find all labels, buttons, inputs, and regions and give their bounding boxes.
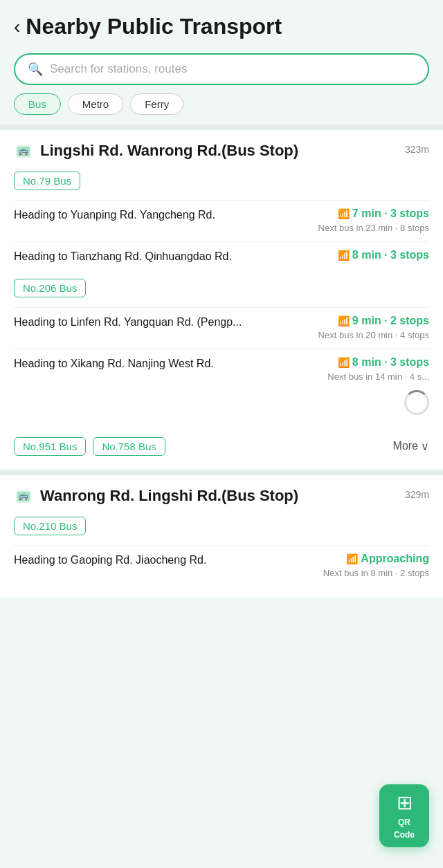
route-info-206-1: 📶 9 min · 2 stops Next bus in 20 min · 4… (305, 315, 429, 342)
destination-210-1: Heading to Gaoping Rd. Jiaocheng Rd. (14, 553, 305, 568)
destination-79-1: Heading to Yuanping Rd. Yangcheng Rd. (14, 207, 305, 223)
route-tag-758[interactable]: No.758 Bus (93, 437, 165, 456)
stop-distance-1: 323m (405, 144, 429, 155)
stop-section-2: 🚌 Wanrong Rd. Lingshi Rd.(Bus Stop) 329m… (0, 475, 443, 598)
arrival-primary-79-1: 📶 7 min · 3 stops (305, 207, 429, 220)
stop-header-1: 🚌 Lingshi Rd. Wanrong Rd.(Bus Stop) 323m (14, 141, 429, 162)
route-row-79-1: Heading to Yuanping Rd. Yangcheng Rd. 📶 … (14, 200, 429, 241)
route-row-210-1: Heading to Gaoping Rd. Jiaocheng Rd. 📶 A… (14, 545, 429, 587)
signal-icon-5: 📶 (346, 553, 358, 564)
route-info-79-1: 📶 7 min · 3 stops Next bus in 23 min · 8… (305, 207, 429, 234)
arrival-primary-210-1: 📶 Approaching (305, 553, 429, 565)
arrival-secondary-210-1: Next bus in 8 min · 2 stops (305, 567, 429, 580)
section-divider-2 (0, 470, 443, 475)
search-container: 🔍 Search for stations, routes (0, 48, 443, 93)
route-info-79-2: 📶 8 min · 3 stops (305, 249, 429, 261)
arrival-primary-79-2: 📶 8 min · 3 stops (305, 249, 429, 261)
stop-name-2: Wanrong Rd. Lingshi Rd.(Bus Stop) (40, 486, 298, 506)
arrival-secondary-206-2: Next bus in 14 min · 4 s... (305, 371, 429, 422)
search-icon: 🔍 (28, 62, 43, 77)
extra-tags: No.951 Bus No.758 Bus (14, 437, 165, 456)
route-tag-210[interactable]: No.210 Bus (14, 517, 86, 535)
bus-stop-icon-1: 🚌 (14, 142, 33, 162)
header-title-row: ‹ Nearby Public Transport (14, 14, 429, 39)
stop-section-1: 🚌 Lingshi Rd. Wanrong Rd.(Bus Stop) 323m… (0, 130, 443, 470)
tab-ferry[interactable]: Ferry (130, 93, 183, 115)
signal-icon-4: 📶 (338, 357, 350, 368)
search-input[interactable]: Search for stations, routes (50, 62, 187, 76)
arrival-primary-206-2: 📶 8 min · 3 stops (305, 356, 429, 369)
svg-text:🚌: 🚌 (19, 491, 28, 501)
svg-text:🚌: 🚌 (19, 146, 28, 156)
stop-header-2: 🚌 Wanrong Rd. Lingshi Rd.(Bus Stop) 329m (14, 486, 429, 507)
route-row-206-1: Heading to Linfen Rd. Yangquan Rd. (Peng… (14, 307, 429, 349)
destination-206-1: Heading to Linfen Rd. Yangquan Rd. (Peng… (14, 315, 305, 330)
arrival-primary-206-1: 📶 9 min · 2 stops (305, 315, 429, 327)
stop-title-wrap-1: 🚌 Lingshi Rd. Wanrong Rd.(Bus Stop) (14, 141, 398, 162)
qr-code-button[interactable]: ⊞ QR Code (379, 784, 429, 847)
route-tag-206[interactable]: No.206 Bus (14, 279, 86, 297)
signal-icon: 📶 (338, 208, 350, 219)
loading-spinner (305, 383, 429, 422)
more-button[interactable]: More ∨ (393, 440, 429, 453)
chevron-down-icon: ∨ (421, 440, 429, 453)
tab-metro[interactable]: Metro (68, 93, 123, 115)
tab-bus[interactable]: Bus (14, 93, 61, 115)
signal-icon-2: 📶 (338, 250, 350, 261)
route-tag-951[interactable]: No.951 Bus (14, 437, 86, 456)
arrival-secondary-206-1: Next bus in 20 min · 4 stops (305, 329, 429, 342)
back-button[interactable]: ‹ (14, 16, 20, 38)
route-info-206-2: 📶 8 min · 3 stops Next bus in 14 min · 4… (305, 356, 429, 422)
route-tag-79[interactable]: No.79 Bus (14, 172, 80, 190)
route-info-210-1: 📶 Approaching Next bus in 8 min · 2 stop… (305, 553, 429, 580)
arrival-secondary-79-1: Next bus in 23 min · 8 stops (305, 222, 429, 234)
destination-79-2: Heading to Tianzhang Rd. Qinhuangdao Rd. (14, 249, 305, 264)
stop-distance-2: 329m (405, 489, 429, 500)
route-row-206-2: Heading to Xikang Rd. Nanjing West Rd. 📶… (14, 349, 429, 429)
stop-title-wrap-2: 🚌 Wanrong Rd. Lingshi Rd.(Bus Stop) (14, 486, 398, 507)
stop-name-1: Lingshi Rd. Wanrong Rd.(Bus Stop) (40, 141, 298, 161)
page-title: Nearby Public Transport (26, 14, 282, 39)
route-row-79-2: Heading to Tianzhang Rd. Qinhuangdao Rd.… (14, 241, 429, 271)
signal-icon-3: 📶 (338, 315, 350, 326)
header: ‹ Nearby Public Transport (0, 0, 443, 48)
bus-stop-icon-2: 🚌 (14, 488, 33, 507)
filter-tabs: Bus Metro Ferry (0, 93, 443, 124)
qr-icon: ⊞ (389, 791, 419, 814)
section-divider (0, 124, 443, 130)
destination-206-2: Heading to Xikang Rd. Nanjing West Rd. (14, 356, 305, 371)
more-row: No.951 Bus No.758 Bus More ∨ (14, 429, 429, 459)
search-box[interactable]: 🔍 Search for stations, routes (14, 53, 429, 85)
qr-label: QR Code (394, 818, 415, 840)
